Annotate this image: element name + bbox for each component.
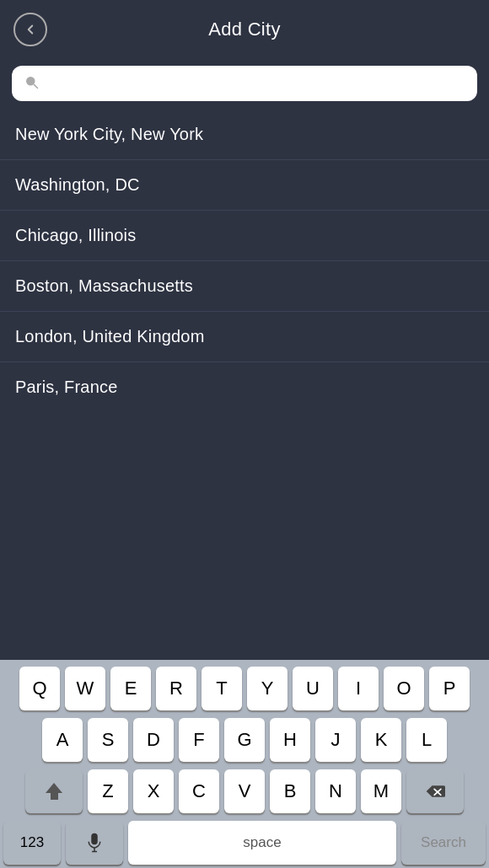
key-b[interactable]: B [270,769,310,813]
key-e[interactable]: E [110,667,151,710]
city-list: New York City, New YorkWashington, DCChi… [0,110,489,660]
key-z[interactable]: Z [88,769,128,813]
key-l[interactable]: L [406,718,447,762]
search-container [0,59,489,110]
back-button[interactable] [13,13,47,46]
key-123[interactable]: 123 [3,821,61,865]
keyboard-row-1: QWERTYUIOP [3,667,486,710]
key-a[interactable]: A [42,718,83,762]
city-item[interactable]: London, United Kingdom [0,312,489,362]
key-t[interactable]: T [202,667,242,710]
key-w[interactable]: W [65,667,105,710]
key-i[interactable]: I [338,667,379,710]
key-v[interactable]: V [224,769,265,813]
key-n[interactable]: N [315,769,356,813]
key-g[interactable]: G [224,718,265,762]
key-p[interactable]: P [429,667,470,710]
key-c[interactable]: C [179,769,219,813]
space-key[interactable]: space [128,821,396,865]
key-h[interactable]: H [270,718,310,762]
microphone-key[interactable] [66,821,123,865]
city-item[interactable]: Chicago, Illinois [0,211,489,261]
key-d[interactable]: D [133,718,174,762]
keyboard: QWERTYUIOP ASDFGHJKL ZXCVBNM 123 spaceSe… [0,660,489,868]
key-f[interactable]: F [179,718,219,762]
keyboard-row-2: ASDFGHJKL [3,718,486,762]
key-q[interactable]: Q [19,667,60,710]
search-icon [24,74,39,93]
shift-key[interactable] [25,769,83,813]
key-o[interactable]: O [384,667,424,710]
city-item[interactable]: Paris, France [0,362,489,412]
keyboard-row-bottom: 123 spaceSearch [3,821,486,865]
search-bar [12,66,477,101]
search-key[interactable]: Search [401,821,486,865]
delete-key[interactable] [406,769,464,813]
key-u[interactable]: U [293,667,333,710]
key-y[interactable]: Y [247,667,287,710]
city-item[interactable]: Washington, DC [0,160,489,211]
key-x[interactable]: X [133,769,174,813]
key-m[interactable]: M [361,769,401,813]
key-r[interactable]: R [156,667,196,710]
city-item[interactable]: New York City, New York [0,110,489,160]
header: Add City [0,0,489,59]
key-j[interactable]: J [315,718,356,762]
key-s[interactable]: S [88,718,128,762]
city-item[interactable]: Boston, Massachusetts [0,261,489,312]
page-title: Add City [47,19,442,40]
svg-rect-4 [91,833,98,845]
keyboard-row-3: ZXCVBNM [3,769,486,813]
key-k[interactable]: K [361,718,401,762]
svg-line-1 [34,84,37,88]
search-input[interactable] [46,75,465,92]
